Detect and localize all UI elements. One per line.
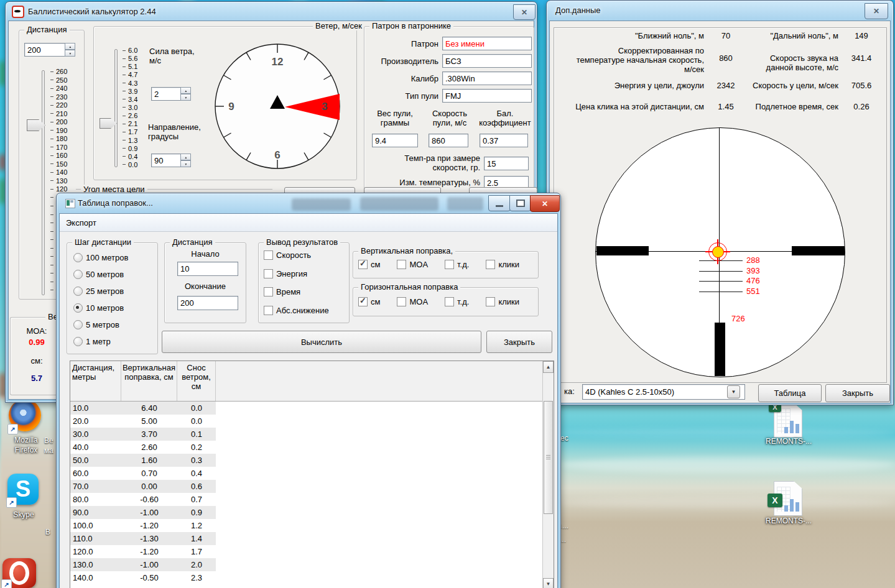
main-window-titlebar[interactable]: Баллистический калькулятор 2.44 — [6, 2, 537, 21]
col-header-distance[interactable]: Дистанция, метры — [70, 361, 121, 401]
app-bullet-icon — [12, 6, 24, 18]
wind-tick-labels: 6.05.65.14.74.33.93.43.02.62.11.71.30.90… — [123, 47, 150, 168]
end-input[interactable]: 200 — [177, 296, 238, 310]
checkbox-icon — [358, 297, 368, 306]
table-button[interactable]: Таблица — [758, 384, 822, 402]
table-row[interactable]: 70.00.000.6 — [70, 480, 542, 493]
temp-input[interactable]: 15 — [484, 157, 529, 170]
table-row[interactable]: 140.0-0.502.3 — [70, 571, 542, 584]
hidden-icon-label-fragment: В — [45, 527, 50, 537]
bullet-type-input[interactable]: FMJ — [442, 89, 532, 103]
checkbox-option[interactable]: т.д. — [445, 260, 469, 269]
radio-label: 10 метров — [86, 303, 124, 313]
horizontal-corr-group: Горизонтальная поправка смMOAт.д.клики — [353, 287, 539, 316]
checkbox-option[interactable]: Энергия — [264, 269, 329, 278]
calculate-button[interactable]: Вычислить — [162, 331, 481, 353]
distance-slider-track[interactable] — [42, 70, 45, 295]
checkbox-icon — [264, 306, 273, 315]
checkbox-option[interactable]: см — [358, 260, 380, 269]
extra-window-titlebar[interactable]: Доп.данные — [547, 1, 893, 19]
close-button[interactable] — [530, 195, 560, 212]
table-row[interactable]: 110.0-1.301.4 — [70, 532, 542, 545]
distance-spinner[interactable] — [65, 43, 75, 57]
spin-up-icon — [65, 43, 75, 50]
radio-option[interactable]: 5 метров — [73, 320, 128, 329]
table-cell: -0.60 — [121, 493, 177, 506]
table-row[interactable]: 40.02.600.2 — [70, 441, 542, 454]
start-input[interactable]: 10 — [177, 262, 238, 276]
slider-tick: 220 — [50, 101, 79, 109]
dialog-menubar: Экспорт — [60, 214, 557, 232]
wind-direction-dial[interactable]: 12 6 9 3 — [206, 37, 351, 177]
table-row[interactable]: 20.05.000.0 — [70, 415, 542, 428]
table-row[interactable]: 100.0-1.201.2 — [70, 519, 542, 532]
radio-option[interactable]: 100 метров — [73, 253, 128, 262]
radio-option[interactable]: 1 метр — [73, 337, 128, 346]
scrollbar-thumb[interactable] — [544, 401, 553, 514]
table-row[interactable]: 120.0-1.201.7 — [70, 545, 542, 558]
table-row[interactable]: 30.03.700.1 — [70, 428, 542, 441]
drop-ticks: 288393476551 — [550, 21, 890, 403]
checkbox-option[interactable]: см — [358, 297, 380, 306]
start-label: Начало — [165, 249, 246, 259]
menu-export[interactable]: Экспорт — [60, 218, 103, 227]
checkbox-label: Скорость — [276, 250, 311, 260]
bullet-speed-input[interactable]: 860 — [429, 134, 468, 147]
cartridge-name-input[interactable]: Без имени — [442, 37, 532, 50]
desktop-icon-opera[interactable] — [1, 557, 39, 588]
output-group-label: Вывод результатов — [264, 237, 340, 247]
close-button[interactable] — [513, 4, 536, 20]
checkbox-label: MOA — [409, 297, 428, 306]
table-cell: 0.0 — [177, 415, 216, 428]
ballistic-coeff-input[interactable]: 0.37 — [480, 134, 528, 147]
table-row[interactable]: 80.0-0.600.7 — [70, 493, 542, 506]
close-window-button[interactable]: Закрыть — [825, 384, 890, 402]
distance-input[interactable]: 200 — [24, 43, 70, 57]
table-row[interactable]: 60.00.700.4 — [70, 467, 542, 480]
checkbox-option[interactable]: Скорость — [264, 250, 329, 260]
maximize-button[interactable] — [509, 195, 531, 211]
table-cell: 5.00 — [121, 415, 177, 428]
radio-option[interactable]: 50 метров — [73, 270, 128, 279]
slider-tick: 3.0 — [123, 104, 150, 111]
table-row[interactable]: 10.06.400.0 — [70, 402, 542, 415]
checkbox-option[interactable]: клики — [486, 260, 519, 269]
checkbox-option[interactable]: клики — [486, 297, 519, 306]
col-header-vertical[interactable]: Вертикальная поправка, см — [121, 361, 177, 401]
minimize-button[interactable] — [488, 195, 511, 211]
checkbox-label: Энергия — [276, 269, 307, 278]
bullet-weight-input[interactable]: 9.4 — [372, 134, 418, 147]
wind-slider-track[interactable] — [114, 49, 118, 167]
checkbox-option[interactable]: MOA — [397, 297, 428, 306]
manufacturer-input[interactable]: БСЗ — [442, 54, 532, 68]
wind-force-spinner[interactable] — [180, 87, 191, 101]
checkbox-option[interactable]: т.д. — [445, 297, 469, 306]
table-row[interactable]: 50.01.600.3 — [70, 454, 542, 467]
checkbox-option[interactable]: MOA — [397, 260, 428, 269]
drop-tick-line — [699, 292, 743, 292]
combo-dropdown-icon[interactable]: ▼ — [727, 385, 740, 398]
table-cell: -1.00 — [121, 506, 177, 519]
close-button[interactable] — [865, 3, 888, 19]
reticle-combo[interactable]: 4D (Kahles C 2.5-10x50) — [582, 384, 745, 400]
checkbox-option[interactable]: Абс.снижение — [264, 306, 329, 315]
hidden-icon-label-fragment: Ве ма — [44, 436, 53, 456]
table-row[interactable]: 130.0-1.002.0 — [70, 558, 542, 571]
slider-tick: 160 — [50, 152, 79, 159]
checkbox-icon — [397, 260, 406, 269]
sea-foam — [547, 429, 895, 438]
dialog-titlebar[interactable]: Таблица поправок... — [57, 193, 560, 212]
table-scrollbar[interactable]: ▲ ▼ — [542, 361, 554, 588]
scroll-down-icon[interactable]: ▼ — [543, 578, 554, 588]
dialog-close-button[interactable]: Закрыть — [486, 331, 552, 353]
hidden-icon-label-fragment: ес — [560, 433, 568, 443]
checkbox-option[interactable]: Время — [264, 287, 329, 296]
table-row[interactable]: 90.0-1.000.9 — [70, 506, 542, 519]
shortcut-arrow-icon — [6, 497, 17, 508]
radio-option[interactable]: 25 метров — [73, 287, 128, 296]
col-header-wind[interactable]: Снос ветром, см — [177, 361, 216, 401]
wind-direction-spinner[interactable] — [180, 154, 191, 167]
scroll-up-icon[interactable]: ▲ — [543, 361, 554, 373]
caliber-input[interactable]: .308Win — [442, 71, 532, 85]
radio-option[interactable]: 10 метров — [73, 303, 128, 313]
